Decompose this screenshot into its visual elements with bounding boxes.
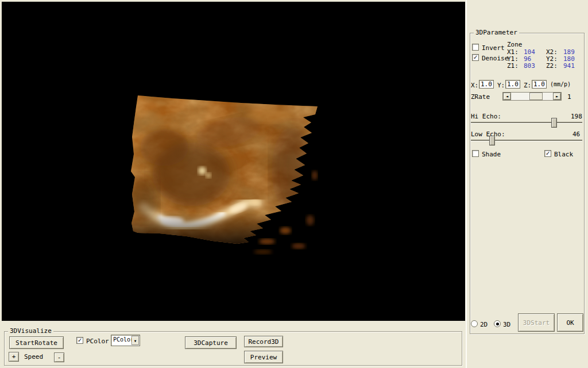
- hi-echo-label: Hi Echo:: [471, 113, 501, 120]
- scale-unit-label: (mm/p): [550, 81, 571, 87]
- zrate-scroll-thumb[interactable]: [529, 93, 543, 100]
- preview-button[interactable]: Preview: [244, 351, 283, 363]
- hi-echo-value: 198: [571, 113, 582, 120]
- chevron-down-icon[interactable]: ▼: [131, 336, 139, 345]
- volume-render-3d: [2, 2, 465, 321]
- scale-x-label: X:: [471, 82, 478, 89]
- black-checkbox[interactable]: ✓: [544, 150, 551, 157]
- panel-divider: [466, 0, 467, 368]
- pcolor-dropdown[interactable]: PColor ▼: [111, 335, 140, 346]
- zrate-scroll-track[interactable]: [511, 93, 553, 100]
- low-echo-slider-track[interactable]: [471, 140, 582, 141]
- zone-z2-value: 941: [563, 62, 575, 70]
- zrate-scroll-right-icon[interactable]: ►: [553, 93, 561, 100]
- scale-z-input[interactable]: [532, 80, 547, 89]
- mode-3d-label: 3D: [503, 321, 510, 328]
- zone-title: Zone: [507, 41, 523, 48]
- low-echo-value: 46: [572, 131, 580, 138]
- invert-checkbox[interactable]: [472, 44, 479, 51]
- scale-x-input[interactable]: [479, 80, 494, 89]
- app-window: 3DParameter Invert ✓ Denoise Zone X1: 10…: [0, 0, 588, 368]
- zone-z1-value: 803: [524, 62, 535, 70]
- hi-echo-slider-track[interactable]: [471, 122, 582, 124]
- mode-2d-label: 2D: [480, 321, 488, 328]
- start-rotate-button[interactable]: StartRotate: [9, 336, 64, 349]
- record3d-button[interactable]: Record3D: [244, 336, 283, 347]
- scale-z-label: Z:: [524, 82, 531, 89]
- speed-minus-button[interactable]: -: [54, 352, 64, 362]
- scale-y-label: Y:: [497, 82, 505, 89]
- mode-2d-radio[interactable]: [471, 320, 478, 327]
- render-viewport[interactable]: [2, 2, 465, 321]
- hi-echo-slider-thumb[interactable]: [551, 118, 557, 128]
- low-echo-label: Low Echo:: [471, 131, 505, 138]
- capture3d-button[interactable]: 3DCapture: [185, 336, 237, 349]
- black-label: Black: [554, 151, 573, 158]
- parameter-group-title: 3DParameter: [474, 29, 519, 36]
- radio-dot: [496, 323, 499, 325]
- speed-plus-button[interactable]: +: [9, 352, 19, 362]
- ok-button[interactable]: OK: [557, 313, 583, 332]
- speed-label: Speed: [24, 353, 43, 361]
- mode-3d-radio[interactable]: [494, 320, 501, 327]
- zrate-value: 1: [567, 93, 571, 101]
- zrate-scrollbar[interactable]: ◄ ►: [502, 92, 562, 101]
- shade-label: Shade: [482, 151, 501, 158]
- zrate-label: ZRate: [471, 93, 490, 101]
- scale-y-input[interactable]: [505, 80, 520, 89]
- check-icon: ✓: [546, 151, 550, 156]
- denoise-checkbox[interactable]: ✓: [472, 54, 479, 61]
- zone-z1-label: Z1:: [507, 62, 519, 70]
- pcolor-checkbox[interactable]: ✓: [76, 337, 83, 344]
- check-icon: ✓: [474, 55, 478, 60]
- zone-z2-label: Z2:: [546, 62, 558, 70]
- invert-label: Invert: [482, 44, 505, 52]
- visualize-group-title: 3DVisualize: [8, 328, 53, 335]
- check-icon: ✓: [78, 338, 82, 343]
- parameter-groupbox: 3DParameter: [470, 33, 585, 334]
- pcolor-dropdown-value: PColor: [113, 336, 134, 343]
- start3d-button[interactable]: 3DStart: [518, 313, 555, 332]
- denoise-label: Denoise: [482, 55, 508, 62]
- shade-checkbox[interactable]: [472, 150, 479, 157]
- low-echo-slider-thumb[interactable]: [489, 136, 495, 145]
- zrate-scroll-left-icon[interactable]: ◄: [503, 93, 511, 100]
- pcolor-label: PColor: [86, 338, 109, 345]
